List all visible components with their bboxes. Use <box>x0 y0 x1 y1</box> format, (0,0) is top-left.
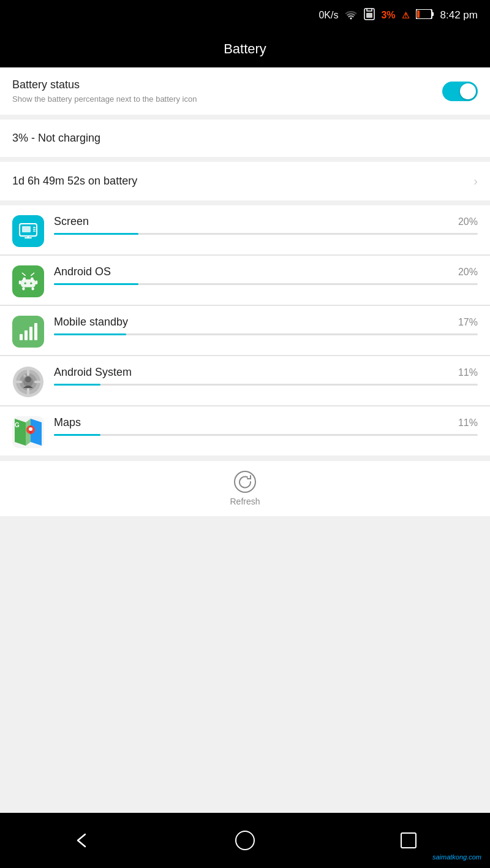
maps-name-row: Maps 11% <box>54 416 478 429</box>
svg-rect-14 <box>21 280 36 287</box>
android-system-name-row: Android System 11% <box>54 366 478 379</box>
home-button[interactable] <box>230 825 260 856</box>
svg-line-19 <box>22 273 25 275</box>
refresh-section: Refresh <box>0 460 490 516</box>
refresh-label: Refresh <box>230 497 260 506</box>
svg-rect-17 <box>19 280 21 284</box>
svg-rect-8 <box>22 226 31 232</box>
android-system-app-info: Android System 11% <box>54 366 478 386</box>
mobile-standby-app-icon <box>12 316 44 348</box>
mobile-standby-app-name: Mobile standby <box>54 316 128 329</box>
svg-point-28 <box>23 375 26 377</box>
android-os-progress-bg <box>54 283 478 285</box>
android-system-app-icon <box>12 366 44 398</box>
app-item-screen[interactable]: Screen 20% <box>0 205 490 255</box>
svg-rect-18 <box>36 280 37 284</box>
uptime-card[interactable]: 1d 6h 49m 52s on battery › <box>0 162 490 200</box>
app-item-android-os[interactable]: Android OS 20% <box>0 256 490 305</box>
svg-rect-1 <box>366 13 372 18</box>
uptime-row[interactable]: 1d 6h 49m 52s on battery › <box>0 162 490 200</box>
battery-status-text: Battery status Show the battery percenta… <box>12 78 197 104</box>
android-os-app-info: Android OS 20% <box>54 265 478 285</box>
status-time: 8:42 pm <box>440 9 478 21</box>
barchart-icon <box>20 323 37 340</box>
svg-point-21 <box>24 283 26 284</box>
mobile-standby-app-info: Mobile standby 17% <box>54 316 478 335</box>
screen-app-icon <box>12 215 44 247</box>
battery-exclaim-icon: ⚠ <box>402 10 410 20</box>
screen-progress-fill <box>54 233 138 235</box>
battery-icon <box>416 9 434 21</box>
svg-rect-6 <box>24 237 32 238</box>
svg-rect-16 <box>32 287 34 291</box>
recents-button[interactable] <box>393 825 424 856</box>
android-os-app-name: Android OS <box>54 265 111 278</box>
screen-progress-bg <box>54 233 478 235</box>
screen-name-row: Screen 20% <box>54 215 478 228</box>
screen-app-info: Screen 20% <box>54 215 478 235</box>
svg-line-20 <box>31 273 34 275</box>
svg-point-36 <box>29 427 32 431</box>
maps-app-percent: 11% <box>458 417 478 428</box>
mobile-standby-app-percent: 17% <box>458 317 478 328</box>
back-button[interactable] <box>66 825 97 856</box>
android-os-app-icon <box>12 265 44 297</box>
screen-app-percent: 20% <box>458 216 478 227</box>
home-circle-icon <box>235 831 255 850</box>
app-usage-card: Screen 20% <box>0 205 490 455</box>
mobile-standby-progress-bg <box>54 333 478 335</box>
screen-app-name: Screen <box>54 215 89 228</box>
android-os-progress-fill <box>54 283 138 285</box>
wifi-icon <box>344 9 358 23</box>
refresh-icon[interactable] <box>234 471 256 493</box>
svg-rect-3 <box>417 10 420 18</box>
page-title: Battery <box>224 41 266 57</box>
mobile-standby-name-row: Mobile standby 17% <box>54 316 478 329</box>
watermark: saimatkong.com <box>432 853 481 861</box>
svg-text:G: G <box>15 422 20 428</box>
android-system-app-name: Android System <box>54 366 132 379</box>
maps-app-icon: G <box>12 416 44 448</box>
charge-status-row: 3% - Not charging <box>0 120 490 157</box>
mobile-standby-progress-fill <box>54 333 126 335</box>
app-item-maps[interactable]: G Maps 11% <box>0 406 490 455</box>
battery-status-subtitle: Show the battery percentage next to the … <box>12 94 197 104</box>
android-system-progress-fill <box>54 384 100 386</box>
svg-rect-15 <box>22 287 24 291</box>
sim-icon <box>364 8 375 23</box>
battery-status-toggle[interactable] <box>442 82 478 101</box>
main-content: Battery status Show the battery percenta… <box>0 67 490 813</box>
navigation-bar: saimatkong.com <box>0 813 490 868</box>
android-system-progress-bg <box>54 384 478 386</box>
battery-status-row: Battery status Show the battery percenta… <box>0 67 490 115</box>
page-header: Battery <box>0 31 490 67</box>
network-speed: 0K/s <box>318 10 338 21</box>
battery-status-card: Battery status Show the battery percenta… <box>0 67 490 115</box>
svg-rect-4 <box>432 12 434 16</box>
battery-percent-label: 3% <box>381 10 395 21</box>
charge-status-text: 3% - Not charging <box>12 132 100 144</box>
battery-status-title: Battery status <box>12 78 197 91</box>
charge-status-card: 3% - Not charging <box>0 120 490 157</box>
recents-square-icon <box>401 832 417 848</box>
app-item-android-system[interactable]: Android System 11% <box>0 356 490 406</box>
android-system-app-percent: 11% <box>458 367 478 378</box>
android-os-name-row: Android OS 20% <box>54 265 478 278</box>
uptime-text: 1d 6h 49m 52s on battery <box>12 175 137 188</box>
android-os-app-percent: 20% <box>458 267 478 278</box>
chevron-right-icon: › <box>473 174 478 188</box>
maps-progress-fill <box>54 434 100 436</box>
status-bar: 0K/s 3% ⚠ 8:42 pm <box>0 0 490 31</box>
maps-app-name: Maps <box>54 416 81 429</box>
maps-progress-bg <box>54 434 478 436</box>
app-item-mobile-standby[interactable]: Mobile standby 17% <box>0 306 490 356</box>
svg-point-27 <box>25 376 31 383</box>
svg-point-22 <box>30 283 32 284</box>
maps-app-info: Maps 11% <box>54 416 478 436</box>
